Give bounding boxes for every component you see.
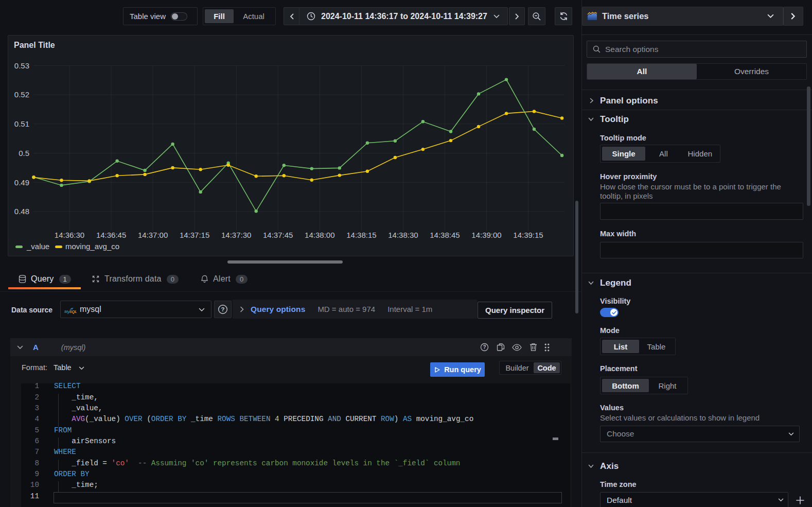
svg-text:?: ? — [483, 344, 486, 350]
svg-text:0.51: 0.51 — [14, 119, 29, 128]
svg-text:14:38:45: 14:38:45 — [430, 231, 460, 239]
svg-text:0.53: 0.53 — [14, 61, 29, 70]
svg-text:14:38:00: 14:38:00 — [305, 231, 334, 239]
svg-text:14:36:45: 14:36:45 — [96, 231, 126, 239]
svg-text:0.5: 0.5 — [19, 149, 29, 158]
svg-text:0.52: 0.52 — [14, 90, 29, 99]
svg-text:14:39:15: 14:39:15 — [513, 231, 543, 239]
svg-text:SQL: SQL — [69, 309, 77, 314]
svg-text:0.48: 0.48 — [14, 207, 29, 216]
svg-text:?: ? — [221, 306, 224, 312]
svg-text:0.49: 0.49 — [14, 178, 29, 187]
svg-text:14:38:30: 14:38:30 — [388, 231, 418, 239]
svg-text:14:37:15: 14:37:15 — [180, 231, 209, 239]
svg-text:14:37:45: 14:37:45 — [263, 231, 293, 239]
svg-text:14:37:00: 14:37:00 — [138, 231, 168, 239]
svg-text:14:38:15: 14:38:15 — [346, 231, 376, 239]
svg-text:14:39:00: 14:39:00 — [471, 231, 501, 239]
svg-text:14:37:30: 14:37:30 — [221, 231, 251, 239]
svg-text:14:36:30: 14:36:30 — [55, 231, 84, 239]
